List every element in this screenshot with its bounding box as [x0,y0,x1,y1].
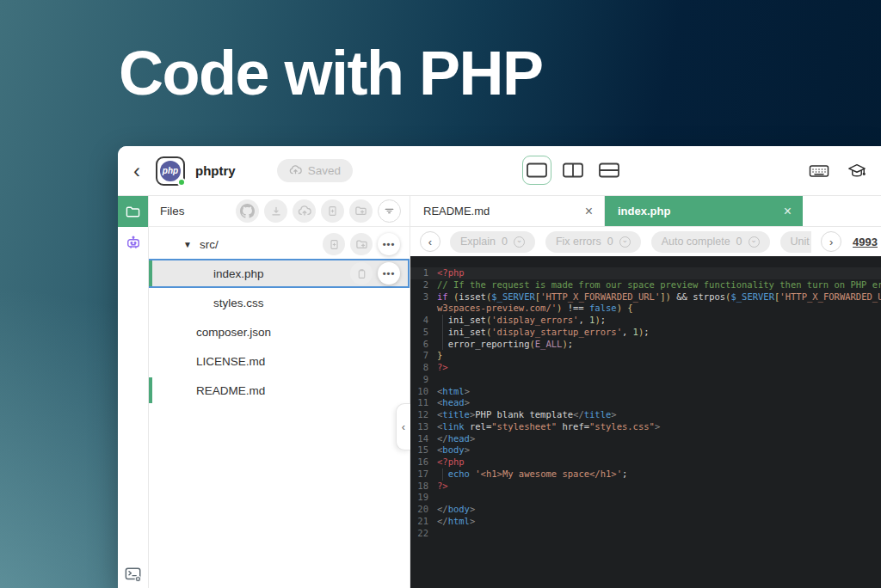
new-folder-button[interactable] [350,233,373,255]
fix-errors-button[interactable]: Fix errors0⌄ [545,231,641,253]
unit-test-button[interactable]: Unit test0⌄ [780,231,812,253]
ai-toolbar: ‹ Explain0⌄Fix errors0⌄Auto complete0⌄Un… [410,227,881,256]
line-number: 5 [410,327,437,339]
line-content: <html> [437,386,881,398]
tab-index-php[interactable]: index.php× [605,196,803,226]
row-actions: ••• [350,262,410,285]
more-button[interactable]: ••• [378,233,400,255]
tree-file-readme-md[interactable]: README.md [149,376,410,405]
pill-label: Explain [460,236,496,248]
upload-button[interactable] [293,199,316,223]
file-tree: ▼src/•••index.php•••styles.csscomposer.j… [149,227,410,405]
rail-assistant-button[interactable] [118,227,148,258]
toolbar-scroll-left-button[interactable]: ‹ [420,231,440,252]
line-content: w3spaces-preview.com/') !== false) { [437,303,881,315]
github-icon [240,204,255,218]
line-number: 14 [410,433,437,445]
editor-column: README.md×index.php× ‹ Explain0⌄Fix erro… [410,196,881,588]
line-number: 3 [410,291,437,303]
toolbar-scroll-right-button[interactable]: › [821,231,841,252]
folder-icon [126,205,140,218]
files-header-actions [236,199,401,223]
tree-file-composer-json[interactable]: composer.json [149,317,410,346]
php-logo[interactable]: php [156,156,185,186]
php-logo-circle: php [160,161,181,181]
line-number: 12 [410,409,437,421]
file-label: composer.json [196,326,271,339]
layout-toggle-group [522,156,624,185]
layout-split-rows-button[interactable] [595,156,624,185]
layout-single-pane-button[interactable] [522,156,551,185]
tree-file-styles-css[interactable]: styles.css [149,288,410,317]
upload-cloud-icon [298,205,311,218]
line-number: 22 [410,528,437,540]
line-number: 9 [410,374,437,386]
code-line: 1<?php [410,267,881,279]
new-file-button[interactable] [321,199,344,223]
keyboard-icon[interactable] [809,163,829,179]
online-status-dot [177,178,186,187]
code-line: 6 error_reporting(E_ALL); [410,339,881,351]
school-icon[interactable] [847,162,867,181]
page-title: Code with PHP [119,38,543,108]
code-line: 8?> [410,362,881,374]
files-panel: Files [149,196,410,588]
auto-complete-button[interactable]: Auto complete0⌄ [651,231,770,253]
saved-button[interactable]: Saved [277,159,353,182]
filter-button[interactable] [378,199,401,223]
line-content: <body> [437,444,881,456]
line-number: 1 [410,267,437,279]
file-label: index.php [213,267,264,280]
line-number: 4 [410,315,437,327]
tree-file-index-php[interactable]: index.php••• [149,259,410,288]
robot-icon [125,234,142,251]
file-label: README.md [196,384,265,397]
file-label: styles.css [213,297,264,309]
new-file-button[interactable] [323,233,345,255]
explain-button[interactable]: Explain0⌄ [450,231,535,253]
close-icon[interactable]: × [784,204,792,219]
credits-counter-link[interactable]: 4993 [853,236,878,248]
code-editor[interactable]: 1<?php2// If the request is made from ou… [410,256,881,588]
tab-readme-md[interactable]: README.md× [410,196,605,226]
collapse-panel-handle[interactable]: ‹ [396,403,410,450]
caret-down-icon[interactable]: ▼ [183,240,192,249]
layout-split-columns-button[interactable] [558,156,588,185]
line-number: 2 [410,279,437,291]
code-line: 18?> [410,481,881,493]
github-button[interactable] [236,199,259,223]
line-number: 8 [410,362,437,374]
line-content: ini_set('display_errors', 1); [437,315,881,327]
close-icon[interactable]: × [585,204,593,219]
code-line: 12<title>PHP blank template</title> [410,409,881,421]
code-line: 2// If the request is made from our spac… [410,279,881,291]
more-button[interactable]: ••• [378,262,400,285]
window-body: Files [118,196,881,588]
line-content: } [437,350,881,362]
tree-file-license-md[interactable]: LICENSE.md [149,346,410,376]
files-panel-header: Files [149,196,410,227]
file-label: src/ [200,238,219,251]
line-content: // If the request is made from our space… [437,279,881,291]
clipboard-button[interactable] [350,262,373,285]
code-line: 4 ini_set('display_errors', 1); [410,315,881,327]
topbar-right-icons [809,162,867,181]
code-line: w3spaces-preview.com/') !== false) { [410,303,881,315]
line-content: </html> [437,516,881,528]
line-content: </body> [437,504,881,516]
line-number: 20 [410,504,437,516]
line-content: <head> [437,397,881,409]
tree-folder-src[interactable]: ▼src/••• [149,230,410,259]
rail-files-button[interactable] [118,196,148,227]
download-button[interactable] [264,199,287,223]
tab-label: README.md [423,205,490,217]
code-line: 17 echo '<h1>My awesome space</h1>'; [410,469,881,481]
filter-icon [384,205,395,217]
line-number: 10 [410,386,437,398]
new-folder-button[interactable] [349,199,373,223]
file-label: LICENSE.md [196,355,265,368]
rail-terminal-button[interactable] [118,566,148,583]
tab-label: index.php [618,205,670,217]
back-button[interactable]: ‹ [128,161,145,181]
terminal-icon [124,566,143,583]
